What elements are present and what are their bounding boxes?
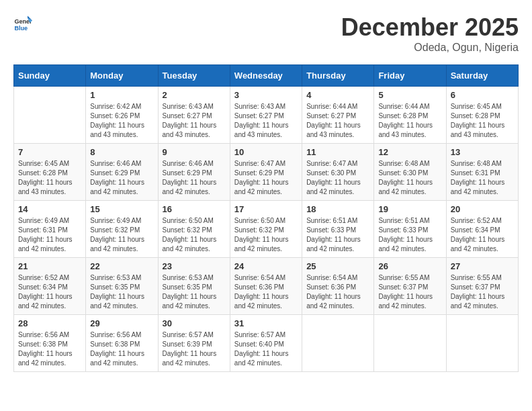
month-title: December 2025 — [341, 13, 519, 42]
day-number: 19 — [378, 204, 441, 214]
day-number: 4 — [306, 90, 369, 100]
day-number: 12 — [378, 147, 441, 157]
day-info: Sunrise: 6:47 AMSunset: 6:29 PMDaylight:… — [234, 159, 298, 197]
day-info: Sunrise: 6:43 AMSunset: 6:27 PMDaylight:… — [163, 102, 226, 140]
day-info: Sunrise: 6:47 AMSunset: 6:30 PMDaylight:… — [306, 159, 369, 197]
day-cell: 16Sunrise: 6:50 AMSunset: 6:32 PMDayligh… — [158, 201, 230, 258]
day-cell: 12Sunrise: 6:48 AMSunset: 6:30 PMDayligh… — [374, 144, 446, 201]
day-cell: 30Sunrise: 6:57 AMSunset: 6:39 PMDayligh… — [158, 315, 230, 372]
day-info: Sunrise: 6:56 AMSunset: 6:38 PMDaylight:… — [18, 330, 81, 368]
day-info: Sunrise: 6:45 AMSunset: 6:28 PMDaylight:… — [451, 102, 514, 140]
week-row-4: 21Sunrise: 6:52 AMSunset: 6:34 PMDayligh… — [14, 258, 519, 315]
day-cell: 31Sunrise: 6:57 AMSunset: 6:40 PMDayligh… — [230, 315, 302, 372]
title-area: December 2025 Odeda, Ogun, Nigeria — [341, 13, 519, 54]
day-info: Sunrise: 6:46 AMSunset: 6:29 PMDaylight:… — [90, 159, 153, 197]
weekday-header-friday: Friday — [374, 65, 446, 87]
day-info: Sunrise: 6:49 AMSunset: 6:32 PMDaylight:… — [90, 216, 153, 254]
day-info: Sunrise: 6:52 AMSunset: 6:34 PMDaylight:… — [451, 216, 514, 254]
day-cell: 26Sunrise: 6:55 AMSunset: 6:37 PMDayligh… — [374, 258, 446, 315]
day-number: 30 — [163, 318, 226, 328]
logo-icon: General Blue — [13, 13, 32, 32]
day-number: 27 — [451, 261, 514, 271]
day-number: 14 — [18, 204, 81, 214]
day-number: 13 — [451, 147, 514, 157]
day-cell — [14, 87, 86, 144]
day-number: 1 — [90, 90, 153, 100]
day-number: 20 — [451, 204, 514, 214]
day-info: Sunrise: 6:50 AMSunset: 6:32 PMDaylight:… — [234, 216, 298, 254]
day-cell — [302, 315, 374, 372]
day-info: Sunrise: 6:50 AMSunset: 6:32 PMDaylight:… — [163, 216, 226, 254]
day-number: 16 — [163, 204, 226, 214]
logo: General Blue — [13, 13, 32, 32]
day-cell: 9Sunrise: 6:46 AMSunset: 6:29 PMDaylight… — [158, 144, 230, 201]
day-cell: 6Sunrise: 6:45 AMSunset: 6:28 PMDaylight… — [446, 87, 518, 144]
day-cell: 25Sunrise: 6:54 AMSunset: 6:36 PMDayligh… — [302, 258, 374, 315]
day-info: Sunrise: 6:46 AMSunset: 6:29 PMDaylight:… — [163, 159, 226, 197]
day-number: 10 — [234, 147, 298, 157]
week-row-1: 1Sunrise: 6:42 AMSunset: 6:26 PMDaylight… — [14, 87, 519, 144]
day-number: 22 — [90, 261, 153, 271]
day-info: Sunrise: 6:48 AMSunset: 6:31 PMDaylight:… — [451, 159, 514, 197]
day-cell: 5Sunrise: 6:44 AMSunset: 6:28 PMDaylight… — [374, 87, 446, 144]
day-number: 29 — [90, 318, 153, 328]
day-info: Sunrise: 6:51 AMSunset: 6:33 PMDaylight:… — [306, 216, 369, 254]
day-number: 26 — [378, 261, 441, 271]
day-cell: 22Sunrise: 6:53 AMSunset: 6:35 PMDayligh… — [86, 258, 158, 315]
day-info: Sunrise: 6:55 AMSunset: 6:37 PMDaylight:… — [451, 273, 514, 311]
day-info: Sunrise: 6:45 AMSunset: 6:28 PMDaylight:… — [18, 159, 81, 197]
day-number: 6 — [451, 90, 514, 100]
day-number: 28 — [18, 318, 81, 328]
day-number: 31 — [234, 318, 298, 328]
day-info: Sunrise: 6:53 AMSunset: 6:35 PMDaylight:… — [90, 273, 153, 311]
day-cell: 4Sunrise: 6:44 AMSunset: 6:27 PMDaylight… — [302, 87, 374, 144]
location-title: Odeda, Ogun, Nigeria — [341, 42, 519, 54]
day-info: Sunrise: 6:52 AMSunset: 6:34 PMDaylight:… — [18, 273, 81, 311]
weekday-header-monday: Monday — [86, 65, 158, 87]
day-cell — [374, 315, 446, 372]
weekday-header-wednesday: Wednesday — [230, 65, 302, 87]
day-info: Sunrise: 6:44 AMSunset: 6:28 PMDaylight:… — [378, 102, 441, 140]
day-info: Sunrise: 6:51 AMSunset: 6:33 PMDaylight:… — [378, 216, 441, 254]
week-row-3: 14Sunrise: 6:49 AMSunset: 6:31 PMDayligh… — [14, 201, 519, 258]
day-cell: 7Sunrise: 6:45 AMSunset: 6:28 PMDaylight… — [14, 144, 86, 201]
day-cell — [446, 315, 518, 372]
weekday-header-row: SundayMondayTuesdayWednesdayThursdayFrid… — [14, 65, 519, 87]
day-cell: 23Sunrise: 6:53 AMSunset: 6:35 PMDayligh… — [158, 258, 230, 315]
day-cell: 13Sunrise: 6:48 AMSunset: 6:31 PMDayligh… — [446, 144, 518, 201]
day-info: Sunrise: 6:48 AMSunset: 6:30 PMDaylight:… — [378, 159, 441, 197]
day-cell: 24Sunrise: 6:54 AMSunset: 6:36 PMDayligh… — [230, 258, 302, 315]
weekday-header-saturday: Saturday — [446, 65, 518, 87]
day-cell: 15Sunrise: 6:49 AMSunset: 6:32 PMDayligh… — [86, 201, 158, 258]
day-cell: 14Sunrise: 6:49 AMSunset: 6:31 PMDayligh… — [14, 201, 86, 258]
day-number: 23 — [163, 261, 226, 271]
day-number: 17 — [234, 204, 298, 214]
day-number: 2 — [163, 90, 226, 100]
weekday-header-tuesday: Tuesday — [158, 65, 230, 87]
week-row-5: 28Sunrise: 6:56 AMSunset: 6:38 PMDayligh… — [14, 315, 519, 372]
day-info: Sunrise: 6:43 AMSunset: 6:27 PMDaylight:… — [234, 102, 298, 140]
day-cell: 28Sunrise: 6:56 AMSunset: 6:38 PMDayligh… — [14, 315, 86, 372]
day-cell: 2Sunrise: 6:43 AMSunset: 6:27 PMDaylight… — [158, 87, 230, 144]
day-number: 7 — [18, 147, 81, 157]
day-info: Sunrise: 6:57 AMSunset: 6:39 PMDaylight:… — [163, 330, 226, 368]
day-info: Sunrise: 6:49 AMSunset: 6:31 PMDaylight:… — [18, 216, 81, 254]
day-cell: 11Sunrise: 6:47 AMSunset: 6:30 PMDayligh… — [302, 144, 374, 201]
day-number: 5 — [378, 90, 441, 100]
calendar-table: SundayMondayTuesdayWednesdayThursdayFrid… — [13, 64, 519, 372]
day-cell: 18Sunrise: 6:51 AMSunset: 6:33 PMDayligh… — [302, 201, 374, 258]
day-info: Sunrise: 6:54 AMSunset: 6:36 PMDaylight:… — [234, 273, 298, 311]
day-info: Sunrise: 6:55 AMSunset: 6:37 PMDaylight:… — [378, 273, 441, 311]
weekday-header-sunday: Sunday — [14, 65, 86, 87]
day-number: 3 — [234, 90, 298, 100]
day-number: 24 — [234, 261, 298, 271]
day-info: Sunrise: 6:54 AMSunset: 6:36 PMDaylight:… — [306, 273, 369, 311]
day-number: 8 — [90, 147, 153, 157]
day-info: Sunrise: 6:44 AMSunset: 6:27 PMDaylight:… — [306, 102, 369, 140]
svg-text:Blue: Blue — [14, 25, 28, 32]
day-cell: 1Sunrise: 6:42 AMSunset: 6:26 PMDaylight… — [86, 87, 158, 144]
day-number: 18 — [306, 204, 369, 214]
day-cell: 10Sunrise: 6:47 AMSunset: 6:29 PMDayligh… — [230, 144, 302, 201]
day-cell: 20Sunrise: 6:52 AMSunset: 6:34 PMDayligh… — [446, 201, 518, 258]
day-info: Sunrise: 6:42 AMSunset: 6:26 PMDaylight:… — [90, 102, 153, 140]
